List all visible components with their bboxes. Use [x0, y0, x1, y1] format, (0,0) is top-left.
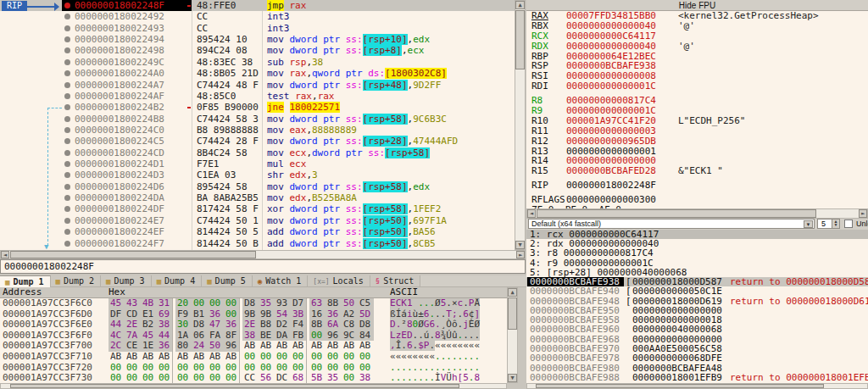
disasm-horizontal-scrollbar[interactable]: ◄ ► [0, 250, 526, 259]
register-row[interactable]: RBX0000000000000040'@' [526, 21, 868, 31]
scroll-down-icon[interactable]: ▼ [508, 374, 517, 382]
disasm-row[interactable]: 00000001800224A048:8B05 21Dmov rax,qword… [0, 68, 515, 79]
tab-label: Struct [383, 276, 414, 286]
dump-horizontal-scrollbar[interactable] [0, 383, 507, 389]
ascii-char: . [435, 308, 441, 320]
disasm-row[interactable]: 00000001800224E7C74424 50 1mov dword ptr… [0, 215, 515, 226]
argument-row[interactable]: 3: r8 00000000000817C4 [526, 248, 868, 258]
disasm-row[interactable]: 00000001800224B8C74424 58 3mov dword ptr… [0, 114, 515, 125]
chevron-down-icon[interactable]: ▼ [804, 220, 813, 228]
register-name: R15 [531, 166, 548, 176]
stack-row[interactable]: 0000000BCBAFE9780000000000068DFE [526, 353, 868, 363]
tab-dump-3[interactable]: ▦Dump 3 [101, 275, 152, 286]
ascii-char: i [407, 308, 413, 320]
register-row[interactable]: RDX0000000000000040'@' [526, 42, 868, 52]
hide-fpu-button[interactable]: Hide FPU [526, 0, 868, 11]
register-row[interactable]: RDI000000000000001C [526, 81, 868, 92]
tab-dump-4[interactable]: ▦Dump 4 [152, 275, 203, 286]
stack-frame-bracket: [ [626, 297, 632, 306]
disasm-row[interactable]: 000000018002249C48:83EC 38sub rsp,38 [0, 57, 515, 68]
instruction-dot-icon[interactable] [64, 184, 70, 190]
instruction-dot-icon[interactable] [64, 116, 70, 122]
disasm-row[interactable]: 00000001800224CD8B4C24 58mov ecx,dword p… [0, 147, 515, 158]
disasm-row[interactable]: 000000018002248F48:FFE0jmp rax [0, 0, 515, 11]
tab-dump-5[interactable]: ▦Dump 5 [202, 275, 253, 286]
scroll-thumb[interactable] [10, 251, 256, 258]
register-row[interactable]: R10000001A97CC41F20L"ECDH_P256" [526, 116, 868, 126]
instruction-dot-icon[interactable] [64, 127, 70, 133]
disasm-row[interactable]: 00000001800224EF814424 50 5add dword ptr… [0, 226, 515, 237]
tab-struct[interactable]: §Struct [370, 275, 421, 286]
hex-byte: 00 [242, 352, 259, 363]
disasm-row[interactable]: 0000000180022493CCint3 [0, 23, 515, 34]
instruction-dot-icon[interactable] [64, 25, 70, 31]
instruction-dot-icon[interactable] [64, 82, 70, 88]
instruction-dot-icon[interactable] [64, 59, 70, 65]
disasm-row[interactable]: 00000001800224C0B8 89888888mov eax,88888… [0, 125, 515, 136]
disasm-row[interactable]: 00000001800224D1F7E1mul ecx [0, 158, 515, 169]
stack-row[interactable]: 0000000BCBAFE940[0000000000050C1E [526, 286, 868, 296]
register-row[interactable]: R150000000BCBAFED28&"ECK1 " [526, 166, 868, 176]
tab-watch-1[interactable]: ◉Watch 1 [253, 275, 309, 286]
instruction-dot-icon[interactable] [64, 161, 70, 167]
asm-token: ecx [290, 158, 307, 169]
tab-locals[interactable]: [x=]Locals [308, 275, 370, 286]
breakpoint-icon[interactable] [64, 3, 70, 8]
disasm-row[interactable]: 00000001800224C5C74424 28 Fmov dword ptr… [0, 136, 515, 147]
disasm-row[interactable]: 00000001800224A7C74424 48 Fmov dword ptr… [0, 80, 515, 91]
dump-row[interactable]: 000001A97CC3F6E0442EB23830D847362EB8D2F4… [0, 320, 507, 331]
unlocked-checkbox[interactable] [844, 220, 853, 228]
disasm-row[interactable]: 00000001800224D3C1EA 03shr edx,3 [0, 169, 515, 181]
ascii-char: . [446, 298, 452, 308]
scroll-thumb[interactable] [536, 384, 824, 388]
dump-row[interactable]: 000001A97CC3F6C045434B3120000000D83593D7… [0, 298, 507, 309]
instruction-dot-icon[interactable] [64, 93, 70, 99]
scroll-thumb[interactable] [515, 10, 525, 69]
asm-token: , [306, 147, 312, 158]
scroll-thumb[interactable] [508, 297, 517, 330]
instruction-dot-icon[interactable] [64, 241, 70, 247]
dump-vertical-scrollbar[interactable]: ▲ ▼ [507, 287, 518, 383]
stepper-down-icon[interactable]: ▼ [832, 223, 839, 228]
asm-token: 88888889 [312, 125, 357, 136]
instruction-dot-icon[interactable] [64, 218, 70, 224]
scroll-up-icon[interactable]: ▲ [508, 288, 517, 297]
register-row[interactable]: R110000000000000003 [526, 126, 868, 136]
tab-dump-2[interactable]: ▦Dump 2 [51, 275, 102, 286]
hex-byte: DC [275, 373, 291, 384]
asm-token: sub [267, 57, 290, 68]
ascii-char: . [452, 351, 458, 362]
disasm-row[interactable]: 0000000180022498894C24 08mov dword ptr s… [0, 45, 515, 56]
disasm-row[interactable]: 00000001800224B20F85 B90000jne 180022571 [0, 102, 515, 113]
disasm-row[interactable]: 00000001800224F7814424 50 Badd dword ptr… [0, 238, 515, 249]
disasm-row[interactable]: 00000001800224D6895424 58mov dword ptr s… [0, 181, 515, 192]
scroll-right-icon[interactable]: ► [516, 251, 525, 258]
disasm-row[interactable]: 0000000180022492CCint3 [0, 11, 515, 22]
ascii-char: . [429, 340, 435, 351]
register-row[interactable]: R1200000000000965DB [526, 136, 868, 147]
instruction-dot-icon[interactable] [64, 150, 70, 156]
stack-horizontal-scrollbar[interactable] [526, 383, 868, 389]
register-row[interactable]: RCX0000000000C64117 [526, 31, 868, 42]
scroll-left-icon[interactable]: ◄ [1, 251, 9, 258]
calling-convention-select[interactable]: Default (x64 fastcall) ▼ [528, 219, 815, 229]
scroll-right-icon[interactable]: ► [859, 209, 867, 218]
scroll-left-icon[interactable]: ◄ [527, 209, 536, 218]
scroll-thumb[interactable] [10, 384, 459, 388]
argument-row[interactable]: 5: [rsp+28] 0000000040000068 [526, 268, 868, 277]
ascii-char: D [407, 330, 413, 341]
disasm-row[interactable]: 00000001800224DF817424 58 Fxor dword ptr… [0, 203, 515, 214]
registers-horizontal-scrollbar[interactable]: ◄ ► [526, 208, 868, 219]
register-row[interactable]: RIP000000018002248F [526, 181, 868, 191]
tab-dump-1[interactable]: ▦Dump 1 [0, 275, 51, 287]
asm-token: mov [267, 80, 290, 91]
scroll-thumb[interactable] [537, 209, 816, 218]
disasm-vertical-scrollbar[interactable]: ▲ ▼ [515, 0, 526, 250]
asm-token: , [306, 125, 312, 136]
arg-count-stepper[interactable]: 5 ▲ ▼ [817, 219, 840, 229]
disasm-row[interactable]: 0000000180022494895424 10mov dword ptr s… [0, 34, 515, 45]
disasm-row[interactable]: 00000001800224AF48:85C0test rax,rax [0, 91, 515, 102]
scroll-up-icon[interactable]: ▲ [515, 1, 525, 9]
scroll-down-icon[interactable]: ▼ [515, 241, 525, 249]
disasm-row[interactable]: 00000001800224DABA 8ABA25B5mov edx,B525B… [0, 192, 515, 203]
